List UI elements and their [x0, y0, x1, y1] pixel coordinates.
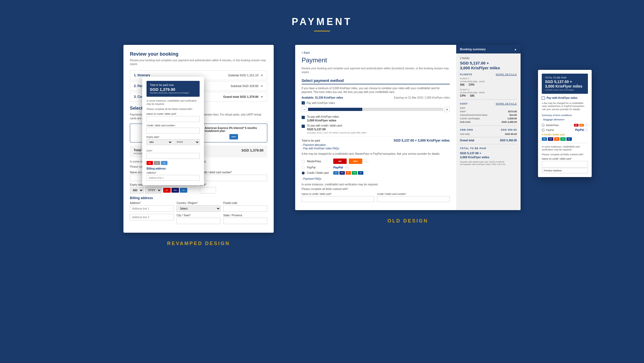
overlay-name-input[interactable]: [147, 116, 200, 122]
rp-summary-link[interactable]: Summary of term conditions: [542, 114, 588, 117]
rp-card-icons: AX VISA MC JCB DC: [542, 137, 588, 141]
rp-total-box: TOTAL TO BE PAID SGD 5,137.00 + 3,000 Kr…: [542, 74, 588, 94]
old-main: < Back Payment Review your booking and c…: [295, 45, 456, 210]
rp-paypal-info-icon[interactable]: i: [585, 128, 588, 132]
postal-input[interactable]: [223, 205, 267, 212]
old-design-label: OLD DESIGN: [387, 218, 428, 224]
old-name-input[interactable]: [302, 196, 374, 202]
pay-card-checkbox[interactable]: [302, 125, 305, 128]
overlay-mm-select[interactable]: MM: [147, 139, 173, 145]
cvv-input[interactable]: [200, 187, 216, 193]
address-input[interactable]: [130, 205, 174, 212]
total-value: SGD 1,379.90: [241, 148, 264, 152]
masterpass-radio[interactable]: [302, 160, 305, 163]
rp-paypal-radio[interactable]: [542, 129, 544, 131]
bs-carrier-row: Carrier surcharges 1,928.00: [460, 117, 517, 120]
rp-mc-icon: MC: [554, 137, 559, 141]
flights-more-link[interactable]: More details: [496, 73, 517, 76]
card-number-input[interactable]: [200, 175, 267, 181]
diners-small-icon: DC: [358, 171, 363, 175]
paypal-sm-icon: PayPal: [575, 128, 584, 131]
overlay-card-icons: MC ★ AX: [147, 161, 200, 165]
total-paid-label: Total to be paid:: [302, 139, 321, 142]
payment-alloc-link[interactable]: - Payment allocation: [302, 143, 450, 146]
rp-divider: [542, 143, 588, 143]
billing-row2: City / Town* State / Province: [130, 214, 267, 224]
cvv-field: CVV*: [200, 183, 267, 193]
masterpass-info-icon[interactable]: i: [364, 159, 368, 163]
rp-masterpass-info-icon[interactable]: i: [585, 124, 588, 127]
old-subtitle: Review your booking and complete your pa…: [302, 67, 450, 74]
state-input[interactable]: [223, 218, 267, 224]
visa-small-icon: VISA: [339, 171, 345, 175]
address2-field: [130, 214, 174, 224]
paypal-info-icon[interactable]: i: [345, 166, 349, 169]
postal-label: Postal code: [223, 202, 267, 204]
overlay-yyyy-select[interactable]: YYYY: [174, 139, 200, 145]
rp-baggage-link[interactable]: - Baggage allowance: [542, 118, 588, 121]
rp-paypal-logos: PayPal i: [575, 128, 588, 132]
payment-faqs-link[interactable]: - Payment FAQs: [302, 177, 450, 180]
paypal-radio[interactable]: [302, 166, 305, 169]
rp-miles-checkbox[interactable]: [542, 96, 545, 100]
old-form-section: In some instances, credit/debit card ver…: [302, 183, 450, 202]
pay-with-miles-check: ✓ Pay with KrisFlyer miles: [302, 101, 450, 105]
rp-name-value: Prentice Mathew: [542, 168, 588, 173]
cost-more-link[interactable]: More details: [496, 102, 517, 105]
bs-title: Booking summary: [460, 48, 486, 51]
amex-box[interactable]: American Express 0% Interest* 6 months i…: [200, 124, 267, 142]
old-page-title: Payment: [302, 56, 450, 64]
pay-miles-value: 3,000 KrisFlyer miles: [307, 119, 450, 122]
mini-amex-icon: AX: [180, 188, 187, 193]
bs-chevron-icon[interactable]: ▲: [514, 48, 517, 51]
old-card-input[interactable]: [377, 196, 450, 202]
flight2-route: CPH → SIN: [460, 94, 517, 97]
miles-minus-button[interactable]: −: [302, 107, 307, 112]
miles-checkbox[interactable]: ✓: [302, 101, 305, 105]
bs-divider3: [460, 144, 517, 144]
rp-masterpass-radio[interactable]: [542, 124, 544, 127]
address2-input[interactable]: [130, 214, 174, 220]
miles-faqs-link[interactable]: - Pay with KrisFlyer miles FAQs: [302, 147, 450, 150]
overlay-addr-input[interactable]: [147, 175, 200, 181]
mini-mc-icon: MC: [163, 188, 171, 193]
booking-summary: Booking summary ▲ 2 Adults SGD 5,137.00 …: [456, 45, 521, 210]
rp-visa-icon: VISA: [548, 137, 553, 141]
expiry-mm-select[interactable]: MM: [130, 187, 144, 193]
bs-flights-title: FLIGHTS More details: [460, 73, 517, 76]
old-card: < Back Payment Review your booking and c…: [295, 45, 521, 210]
postal-field: Postal code: [223, 202, 267, 212]
back-link[interactable]: < Back: [302, 51, 450, 54]
masterpass-sm2-icon: MP: [579, 124, 584, 127]
country-select[interactable]: Select: [177, 205, 221, 212]
pay-miles-checkbox[interactable]: [302, 116, 305, 119]
miles-bar-fill: [308, 108, 362, 111]
card-number-field: Credit / debit card number*: [200, 171, 267, 181]
overlay-cvv-input[interactable]: [147, 153, 200, 159]
pay-card-note: Includes SGD 1,647.00 which cannot be pa…: [307, 131, 450, 134]
bs-subtotal-row: Sub-total SGD 4,499.00: [460, 121, 517, 123]
bs-adults: 2 Adults: [460, 57, 517, 60]
chevron-icon: ▼: [261, 85, 263, 88]
address-label: Address*: [130, 202, 174, 204]
bs-flight2: FLIGHT 2 21 Feb 2015 (Sat) - 09:05 CPH →…: [460, 88, 517, 97]
rp-paypal-row: PayPal PayPal i: [542, 128, 588, 132]
overlay-card-input[interactable]: [147, 128, 200, 134]
bs-total-note2: Not payable with KrisFlyer miles: SGD 1,…: [460, 163, 517, 166]
rp-amex-icon: AX: [542, 137, 547, 141]
card-mini-icons: MC VISA AX: [163, 188, 187, 193]
payment-faqs-link-container: - Payment FAQs: [302, 177, 450, 180]
city-input[interactable]: [177, 218, 221, 224]
expiry-yyyy-select[interactable]: YYYY: [145, 187, 162, 193]
right-panel: TOTAL TO BE PAID SGD 5,137.00 + 3,000 Kr…: [538, 70, 592, 177]
bs-divider1: [460, 99, 517, 100]
credit-debit-radio[interactable]: [302, 171, 305, 175]
old-design-section: < Back Payment Review your booking and c…: [295, 45, 521, 224]
bs-currency-row: SGD: [460, 107, 517, 109]
rp-name-input[interactable]: [542, 161, 588, 167]
rp-miles-check-row: Pay with KrisFlyer miles: [542, 96, 588, 100]
mc-small-icon: MC: [346, 171, 351, 175]
miles-plus-button[interactable]: +: [444, 107, 450, 112]
bs-divider2: [460, 125, 517, 126]
total-paid-value: SGD 5,137.00 + 3,000 KrisFlyer miles: [394, 139, 450, 142]
